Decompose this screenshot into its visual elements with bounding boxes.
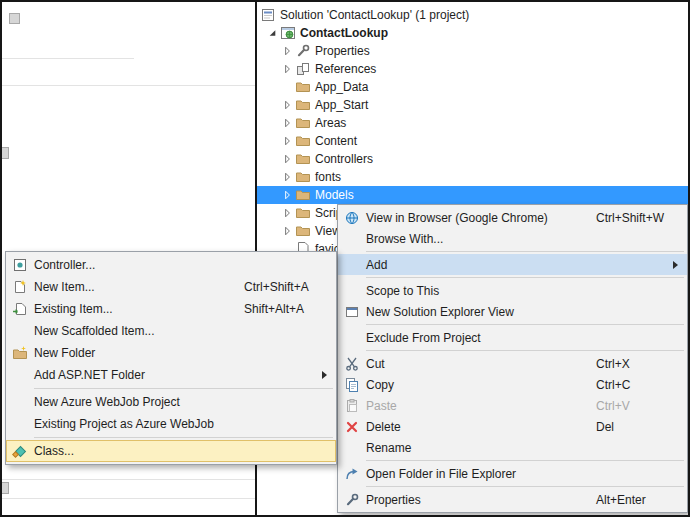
tree-item-label: References bbox=[315, 62, 376, 76]
menu-item-delete[interactable]: Delete Del bbox=[338, 416, 687, 437]
menu-item-scope-to-this[interactable]: Scope to This bbox=[338, 280, 687, 301]
menu-item-new-solution-explorer-view[interactable]: New Solution Explorer View bbox=[338, 301, 687, 322]
menu-item-label: Rename bbox=[366, 441, 411, 455]
menu-item-label: Add bbox=[366, 258, 387, 272]
tree-item-label: Areas bbox=[315, 116, 346, 130]
class-icon bbox=[6, 443, 34, 459]
wrench-icon bbox=[295, 43, 311, 59]
chevron-collapsed-icon[interactable] bbox=[280, 205, 295, 221]
folder-icon bbox=[295, 151, 311, 167]
menu-item-cut[interactable]: Cut Ctrl+X bbox=[338, 353, 687, 374]
tree-item-label: App_Data bbox=[315, 80, 368, 94]
menu-item-new-azure-webjob-project[interactable]: New Azure WebJob Project bbox=[6, 391, 336, 413]
menu-separator bbox=[366, 324, 684, 325]
menu-item-label: Existing Item... bbox=[34, 302, 113, 316]
menu-item-label: Add ASP.NET Folder bbox=[34, 368, 145, 382]
menu-separator bbox=[366, 350, 684, 351]
tree-item-areas[interactable]: Areas bbox=[257, 114, 688, 132]
menu-item-label: Open Folder in File Explorer bbox=[366, 467, 516, 481]
chevron-collapsed-icon[interactable] bbox=[280, 97, 295, 113]
menu-separator bbox=[34, 388, 333, 389]
chevron-placeholder bbox=[280, 79, 295, 95]
tree-item-app-data[interactable]: App_Data bbox=[257, 78, 688, 96]
menu-item-label: Controller... bbox=[34, 258, 95, 272]
menu-item-add[interactable]: Add bbox=[338, 254, 687, 275]
menu-item-label: New Solution Explorer View bbox=[366, 305, 514, 319]
chevron-collapsed-icon[interactable] bbox=[280, 115, 295, 131]
menu-item-new-folder[interactable]: New Folder bbox=[6, 342, 336, 364]
menu-item-open-folder-in-file-explorer[interactable]: Open Folder in File Explorer bbox=[338, 463, 687, 484]
menu-shortcut: Ctrl+X bbox=[596, 353, 630, 374]
menu-shortcut: Shift+Alt+A bbox=[244, 298, 304, 320]
tree-item-references[interactable]: References bbox=[257, 60, 688, 78]
tree-item-properties[interactable]: Properties bbox=[257, 42, 688, 60]
folder-icon bbox=[295, 79, 311, 95]
menu-item-label: Delete bbox=[366, 420, 401, 434]
folder-icon bbox=[295, 205, 311, 221]
menu-item-class[interactable]: Class... bbox=[6, 440, 336, 462]
chevron-collapsed-icon[interactable] bbox=[280, 187, 295, 203]
menu-shortcut: Alt+Enter bbox=[596, 489, 646, 510]
menu-item-browse-with[interactable]: Browse With... bbox=[338, 228, 687, 249]
menu-item-properties[interactable]: Properties Alt+Enter bbox=[338, 489, 687, 510]
window-artifact bbox=[9, 13, 20, 24]
chevron-collapsed-icon[interactable] bbox=[280, 151, 295, 167]
menu-item-label: New Item... bbox=[34, 280, 95, 294]
wrench-icon bbox=[338, 492, 366, 508]
menu-item-label: New Azure WebJob Project bbox=[34, 395, 180, 409]
delete-icon bbox=[338, 419, 366, 435]
tree-item-models[interactable]: Models bbox=[257, 186, 688, 204]
menu-item-controller[interactable]: Controller... bbox=[6, 254, 336, 276]
menu-item-add-aspnet-folder[interactable]: Add ASP.NET Folder bbox=[6, 364, 336, 386]
chevron-collapsed-icon[interactable] bbox=[280, 43, 295, 59]
chevron-collapsed-icon[interactable] bbox=[280, 169, 295, 185]
folder-icon bbox=[295, 115, 311, 131]
tree-item-solution[interactable]: Solution 'ContactLookup' (1 project) bbox=[257, 6, 688, 24]
menu-item-label: Existing Project as Azure WebJob bbox=[34, 417, 214, 431]
pane-divider bbox=[2, 498, 255, 499]
pane-divider bbox=[2, 479, 255, 480]
paste-icon bbox=[338, 398, 366, 414]
menu-shortcut: Ctrl+C bbox=[596, 374, 630, 395]
tree-item-label: Content bbox=[315, 134, 357, 148]
pane-divider bbox=[2, 85, 255, 86]
tree-item-content[interactable]: Content bbox=[257, 132, 688, 150]
menu-item-new-item[interactable]: New Item... Ctrl+Shift+A bbox=[6, 276, 336, 298]
menu-shortcut: Ctrl+Shift+A bbox=[244, 276, 309, 298]
folder-icon bbox=[295, 133, 311, 149]
tree-item-label: App_Start bbox=[315, 98, 368, 112]
tree-item-label: Controllers bbox=[315, 152, 373, 166]
pane-divider bbox=[2, 58, 134, 59]
tree-item-fonts[interactable]: fonts bbox=[257, 168, 688, 186]
tree-item-controllers[interactable]: Controllers bbox=[257, 150, 688, 168]
menu-item-view-in-browser[interactable]: View in Browser (Google Chrome) Ctrl+Shi… bbox=[338, 207, 687, 228]
tree-item-app-start[interactable]: App_Start bbox=[257, 96, 688, 114]
add-submenu: Controller... New Item... Ctrl+Shift+A E… bbox=[5, 251, 337, 465]
menu-item-new-scaffolded-item[interactable]: New Scaffolded Item... bbox=[6, 320, 336, 342]
folder-icon bbox=[295, 169, 311, 185]
chevron-collapsed-icon[interactable] bbox=[280, 133, 295, 149]
chevron-collapsed-icon[interactable] bbox=[280, 223, 295, 239]
chevron-expanded-icon[interactable] bbox=[265, 25, 280, 41]
submenu-arrow-icon bbox=[322, 371, 327, 379]
controller-icon bbox=[6, 257, 34, 273]
tree-item-project[interactable]: ContactLookup bbox=[257, 24, 688, 42]
menu-item-exclude-from-project[interactable]: Exclude From Project bbox=[338, 327, 687, 348]
menu-item-paste[interactable]: Paste Ctrl+V bbox=[338, 395, 687, 416]
menu-separator bbox=[366, 486, 684, 487]
copy-icon bbox=[338, 377, 366, 393]
menu-item-label: Exclude From Project bbox=[366, 331, 481, 345]
menu-item-label: New Folder bbox=[34, 346, 95, 360]
screenshot-root: Solution 'ContactLookup' (1 project) Con… bbox=[0, 0, 690, 517]
tree-item-label: Properties bbox=[315, 44, 370, 58]
chevron-collapsed-icon[interactable] bbox=[280, 61, 295, 77]
menu-item-label: Browse With... bbox=[366, 232, 443, 246]
menu-item-copy[interactable]: Copy Ctrl+C bbox=[338, 374, 687, 395]
menu-item-existing-item[interactable]: Existing Item... Shift+Alt+A bbox=[6, 298, 336, 320]
menu-item-rename[interactable]: Rename bbox=[338, 437, 687, 458]
solution-explorer-view-icon bbox=[338, 304, 366, 320]
menu-item-label: Class... bbox=[34, 444, 74, 458]
menu-item-label: Scope to This bbox=[366, 284, 439, 298]
menu-item-existing-project-as-azure-webjob[interactable]: Existing Project as Azure WebJob bbox=[6, 413, 336, 435]
tree-item-label: ContactLookup bbox=[300, 26, 388, 40]
